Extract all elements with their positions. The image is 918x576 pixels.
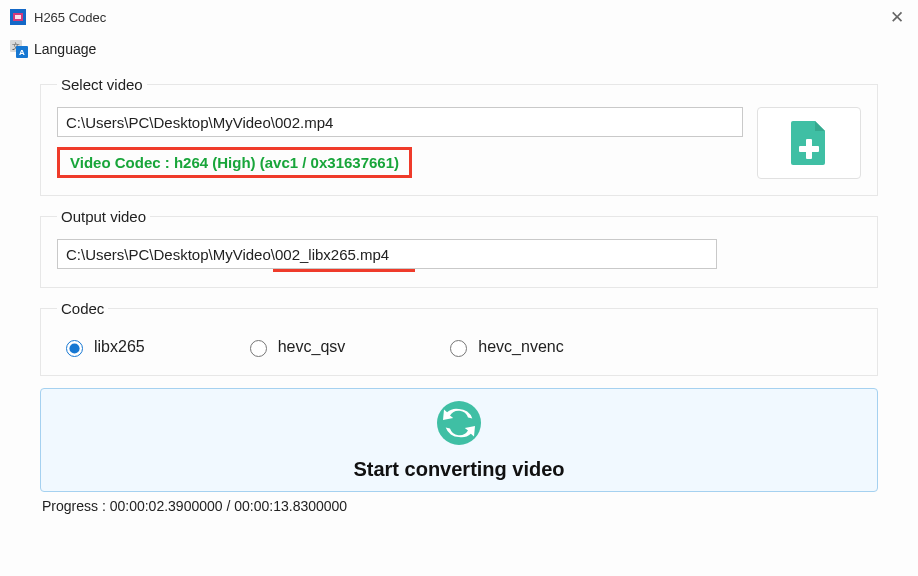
output-video-path[interactable] [57, 239, 717, 269]
add-file-button[interactable] [757, 107, 861, 179]
start-convert-label: Start converting video [353, 458, 564, 481]
radio-hevc-nvenc[interactable]: hevc_nvenc [445, 337, 563, 357]
language-icon: 文 A [10, 40, 28, 58]
window-title: H265 Codec [34, 10, 106, 25]
codec-info-text: Video Codec : h264 (High) (avc1 / 0x3163… [70, 154, 399, 171]
select-video-legend: Select video [57, 76, 147, 93]
radio-libx265-input[interactable] [66, 340, 83, 357]
radio-hevc-qsv[interactable]: hevc_qsv [245, 337, 346, 357]
radio-hevc-qsv-input[interactable] [250, 340, 267, 357]
app-icon [10, 9, 26, 25]
codec-info-highlight: Video Codec : h264 (High) (avc1 / 0x3163… [57, 147, 412, 178]
progress-text: Progress : 00:00:02.3900000 / 00:00:13.8… [40, 498, 878, 514]
window-titlebar: H265 Codec ✕ [0, 0, 918, 34]
svg-point-9 [437, 401, 481, 445]
radio-hevc-qsv-label: hevc_qsv [278, 338, 346, 356]
svg-rect-8 [799, 146, 819, 152]
codec-legend: Codec [57, 300, 108, 317]
input-video-path[interactable] [57, 107, 743, 137]
menu-language[interactable]: Language [34, 41, 96, 57]
radio-hevc-nvenc-label: hevc_nvenc [478, 338, 563, 356]
menubar: 文 A Language [0, 34, 918, 64]
radio-libx265[interactable]: libx265 [61, 337, 145, 357]
svg-rect-2 [15, 15, 21, 19]
group-output-video: Output video [40, 208, 878, 288]
group-select-video: Select video Video Codec : h264 (High) (… [40, 76, 878, 196]
radio-hevc-nvenc-input[interactable] [450, 340, 467, 357]
convert-icon [435, 399, 483, 450]
svg-text:A: A [19, 48, 25, 57]
group-codec: Codec libx265 hevc_qsv hevc_nvenc [40, 300, 878, 376]
output-video-legend: Output video [57, 208, 150, 225]
close-icon[interactable]: ✕ [890, 7, 904, 28]
output-filename-highlight [273, 269, 415, 272]
add-file-icon [789, 119, 829, 167]
start-convert-button[interactable]: Start converting video [40, 388, 878, 492]
radio-libx265-label: libx265 [94, 338, 145, 356]
